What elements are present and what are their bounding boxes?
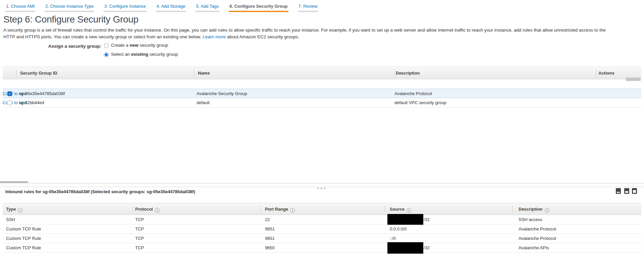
rule-description: Avalanche Protocol [519,224,556,233]
column-header-name[interactable]: Name [198,71,210,76]
redaction-box [387,214,423,225]
inbound-rules-table-header: Type Protocol Port Range Source Descript… [3,203,641,215]
security-group-row[interactable]: sg-05e35e44785da038f Avalanche Security … [3,89,641,98]
column-header-type: Type [6,207,22,213]
rule-type: Custom TCP Rule [6,243,41,252]
rule-description: Avalanche Protocol [519,234,556,243]
pane-large-icon[interactable] [632,188,637,194]
inbound-rule-row: SSH TCP 22 /32 SSH access [3,215,641,224]
rule-source: ::/0 [390,234,396,243]
description-line2: HTTP and HTTPS ports. You can create a n… [3,34,203,39]
inbound-rule-row: Custom TCP Rule TCP 9651 ::/0 Avalanche … [3,234,641,243]
column-header-protocol: Protocol [135,207,160,213]
security-group-description: Avalanche Protocol [394,89,432,98]
tab-choose-ami[interactable]: 1. Choose AMI [5,0,35,12]
assign-security-group-label: Assign a security group: [37,44,101,49]
rule-protocol: TCP [135,224,144,233]
column-separator [132,206,133,212]
column-separator [194,69,195,77]
scrollbar-thumb[interactable] [626,78,641,81]
security-group-id: sg-92bb44e4 [19,98,44,107]
pane-small-icon[interactable] [616,188,621,194]
ec2-launch-wizard-page: 1. Choose AMI2. Choose Instance Type3. C… [0,0,644,258]
radio-select-existing-label: Select an existing security group [111,52,178,57]
column-separator [261,206,261,212]
radio-create-new-security-group[interactable] [104,43,109,48]
tab-add-tags[interactable]: 5. Add Tags [195,0,219,12]
redaction-box [387,242,423,254]
radio-create-new-label: Create a new security group [111,43,168,48]
tab-configure-security-group[interactable]: 6. Configure Security Group [229,0,288,12]
rule-source-suffix: /32 [424,215,430,224]
inbound-rules-title: Inbound rules for sg-05e35e44785da038f (… [5,189,195,194]
column-separator [16,69,16,77]
info-icon[interactable] [290,208,295,213]
info-icon[interactable] [155,208,160,213]
tab-review[interactable]: 7. Review [298,0,318,12]
learn-more-link[interactable]: Learn more [203,34,226,39]
security-group-table-header: Security Group ID Name Description Actio… [3,67,641,79]
rule-description: SSH access [519,215,542,224]
column-header-source: Source [390,207,411,213]
row-checkbox-checked[interactable] [7,91,12,96]
rule-description: Avalanche APIs [519,243,549,252]
row-checkbox-unchecked[interactable] [7,100,12,105]
rule-protocol: TCP [135,243,144,252]
page-description: A security group is a set of firewall ru… [3,27,641,40]
description-line1: A security group is a set of firewall ru… [3,28,606,33]
security-group-id: sg-05e35e44785da038f [19,89,65,98]
radio-row-select-existing: Select an existing security group [104,52,178,58]
rule-port-range: 9651 [265,224,275,233]
rule-type: Custom TCP Rule [6,224,41,233]
pane-medium-icon[interactable] [624,188,629,194]
description-line2-end: about Amazon EC2 security groups. [226,34,299,39]
rule-source: 0.0.0.0/0 [390,224,407,233]
security-group-name: default [197,98,210,107]
security-group-description: default VPC security group [394,98,446,107]
column-header-security-group-id[interactable]: Security Group ID [20,71,57,76]
column-header-description: Description [519,207,549,213]
radio-select-existing-security-group[interactable] [104,52,109,57]
tab-choose-instance-type[interactable]: 2. Choose Instance Type [45,0,94,12]
rule-type: Custom TCP Rule [6,234,41,243]
rule-port-range: 9650 [265,243,275,252]
rule-type: SSH [6,215,15,224]
info-icon[interactable] [407,208,411,213]
rule-port-range: 22 [265,215,270,224]
column-separator [596,69,596,77]
drag-dots-icon [317,184,327,190]
tab-configure-instance[interactable]: 3. Configure Instance [104,0,147,12]
pane-resize-handle[interactable] [0,183,644,187]
inbound-rule-row: Custom TCP Rule TCP 9651 0.0.0.0/0 Avala… [3,224,641,234]
security-group-row[interactable]: sg-92bb44e4 default default VPC security… [3,98,641,108]
rule-port-range: 9651 [265,234,275,243]
rule-protocol: TCP [135,215,144,224]
info-icon[interactable] [18,208,22,213]
column-separator [512,206,513,212]
column-header-port-range: Port Range [265,207,295,213]
column-separator [394,69,394,77]
info-icon[interactable] [545,208,549,213]
column-header-description[interactable]: Description [396,71,420,76]
horizontal-scrollbar-thumb[interactable] [0,181,28,183]
rule-source-suffix: /32 [424,243,430,252]
rule-protocol: TCP [135,234,144,243]
column-separator [385,206,385,212]
column-header-actions: Actions [598,71,614,76]
inbound-rule-row: Custom TCP Rule TCP 9650 /32 Avalanche A… [3,243,641,253]
security-group-name: Avalanche Security Group [197,89,247,98]
tab-add-storage[interactable]: 4. Add Storage [156,0,186,12]
page-title: Step 6: Configure Security Group [3,14,139,25]
wizard-step-tabs: 1. Choose AMI2. Choose Instance Type3. C… [5,0,328,12]
radio-row-create-new: Create a new security group [104,43,168,49]
